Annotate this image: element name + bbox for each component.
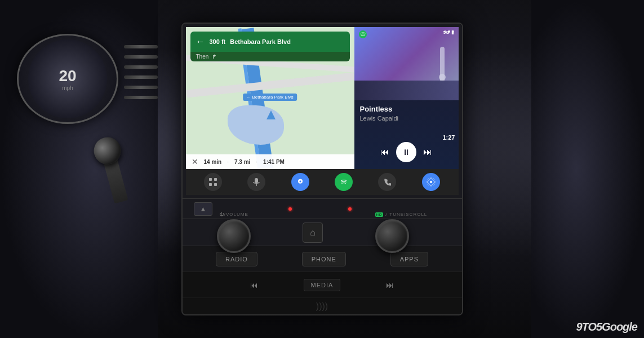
vent-line xyxy=(124,65,158,69)
android-auto-screen: 5G ▮ Bethabara Park Blvd xyxy=(186,27,459,195)
spotify-logo xyxy=(359,30,367,40)
volume-label: ⏻/VOLUME xyxy=(217,212,251,217)
led-indicator-right xyxy=(348,207,352,211)
svg-point-9 xyxy=(339,177,348,186)
svg-rect-3 xyxy=(209,183,212,186)
nfc-symbol: )))) xyxy=(316,301,328,312)
vent-line xyxy=(124,45,158,48)
led-indicator-left xyxy=(288,207,292,211)
prev-track-button[interactable]: ⏮ xyxy=(378,145,392,159)
then-arrow-icon: ↱ xyxy=(212,54,216,60)
home-button[interactable]: ⌂ xyxy=(303,223,323,243)
eta-distance: 7.3 mi xyxy=(234,159,250,165)
mic-nav-icon[interactable] xyxy=(247,173,265,191)
media-label: MEDIA xyxy=(304,279,341,291)
speedometer-inner: 20 mph xyxy=(28,39,107,118)
vent-line xyxy=(124,75,158,79)
control-row-2: ⏻/VOLUME ⌂ HD ♪ TUNE/SCROLL xyxy=(183,219,462,246)
volume-knob-area: ⏻/VOLUME xyxy=(217,212,251,253)
vent-line xyxy=(124,96,158,99)
spotify-track-info: Pointless Lewis Capaldi xyxy=(354,100,459,137)
track-name: Pointless xyxy=(360,105,453,113)
map-location-arrow xyxy=(267,110,276,119)
prev-media-button[interactable]: ⏮ xyxy=(250,281,258,290)
watermark-google: Google xyxy=(602,321,637,333)
phone-button[interactable]: PHONE xyxy=(302,252,346,266)
spotify-nav-icon[interactable] xyxy=(335,173,353,191)
tune-note: ♪ xyxy=(385,212,388,217)
turn-arrow-icon: ← xyxy=(196,37,205,47)
infotainment-unit: 5G ▮ Bethabara Park Blvd xyxy=(181,23,463,315)
watermark: 9TO5Google xyxy=(576,321,637,333)
map-street-label: ← Bethabara Park Blvd xyxy=(243,94,297,101)
pause-button[interactable]: ⏸ xyxy=(396,142,416,162)
spotify-panel: Pointless Lewis Capaldi ⏮ ⏸ ⏭ 1:27 xyxy=(354,27,459,169)
next-track-button[interactable]: ⏭ xyxy=(421,145,434,159)
artist-name: Lewis Capaldi xyxy=(360,115,453,122)
maps-section[interactable]: Bethabara Park Blvd ← 300 ft Bethabara P… xyxy=(186,27,354,169)
svg-rect-4 xyxy=(214,183,217,186)
control-row-4: ⏮ MEDIA ⏭ xyxy=(183,272,462,297)
apps-nav-icon[interactable] xyxy=(204,173,222,191)
scene: 20 mph xyxy=(0,0,644,338)
svg-point-10 xyxy=(430,181,432,183)
map-info-bar: ✕ 14 min · 7.3 mi · 1:41 PM xyxy=(186,154,354,169)
status-time: 1:27 xyxy=(442,134,455,141)
next-media-button[interactable]: ⏭ xyxy=(386,281,394,290)
svg-rect-2 xyxy=(214,178,217,181)
vent-line xyxy=(124,55,158,59)
vent-line xyxy=(124,86,158,89)
tune-knob[interactable] xyxy=(375,219,409,253)
then-instruction: Then ↱ xyxy=(190,52,350,61)
volume-knob[interactable] xyxy=(217,219,251,253)
screen-area: 5G ▮ Bethabara Park Blvd xyxy=(183,24,462,198)
watermark-9to5: 9TO5 xyxy=(576,321,602,333)
apps-button[interactable]: APPS xyxy=(390,252,428,266)
tune-label: TUNE/SCROLL xyxy=(389,212,427,217)
network-indicator: 5G xyxy=(443,30,450,35)
navigation-banner: ← 300 ft Bethabara Park Blvd Then ↱ xyxy=(190,32,350,61)
then-label: Then xyxy=(196,54,209,60)
tune-knob-area: HD ♪ TUNE/SCROLL xyxy=(375,212,428,253)
gear-knob xyxy=(91,134,124,167)
eta-time: 1:41 PM xyxy=(263,159,285,165)
right-dashboard-panel xyxy=(531,0,644,338)
nfc-area: )))) xyxy=(183,297,462,314)
eject-button[interactable]: ▲ xyxy=(194,202,213,216)
svg-rect-5 xyxy=(255,178,258,183)
speed-value: 20 xyxy=(59,67,76,85)
speedometer: 20 mph xyxy=(17,34,118,124)
turn-street-name: Bethabara Park Blvd xyxy=(230,38,291,45)
eta-minutes: 14 min xyxy=(204,159,222,165)
info-separator-2: · xyxy=(256,159,257,165)
status-bar: 5G ▮ xyxy=(443,29,454,35)
hd-badge: HD xyxy=(375,212,384,217)
settings-nav-icon[interactable] xyxy=(422,173,440,191)
turn-instruction: ← 300 ft Bethabara Park Blvd xyxy=(190,32,350,52)
album-art-figure-head xyxy=(439,74,446,81)
svg-point-8 xyxy=(299,181,301,183)
phone-nav-icon[interactable] xyxy=(378,173,396,191)
svg-point-0 xyxy=(359,30,367,38)
radio-button[interactable]: RADIO xyxy=(216,252,257,266)
spotify-playback-controls: ⏮ ⏸ ⏭ xyxy=(354,137,459,169)
album-art xyxy=(354,27,459,100)
svg-rect-1 xyxy=(209,178,212,181)
left-vents xyxy=(124,45,158,158)
speed-unit: mph xyxy=(62,85,73,91)
aa-bottom-nav xyxy=(186,169,459,195)
maps-nav-icon[interactable] xyxy=(291,173,309,191)
info-separator: · xyxy=(227,159,229,165)
physical-controls: ▲ ⏻/VOLUME ⌂ HD ♪ xyxy=(183,198,462,314)
aa-content: Bethabara Park Blvd ← 300 ft Bethabara P… xyxy=(186,27,459,169)
battery-icon: ▮ xyxy=(451,29,454,35)
turn-distance: 300 ft xyxy=(210,38,226,45)
home-icon: ⌂ xyxy=(310,228,316,238)
album-art-stairs xyxy=(354,81,459,100)
map-close-button[interactable]: ✕ xyxy=(192,157,198,166)
